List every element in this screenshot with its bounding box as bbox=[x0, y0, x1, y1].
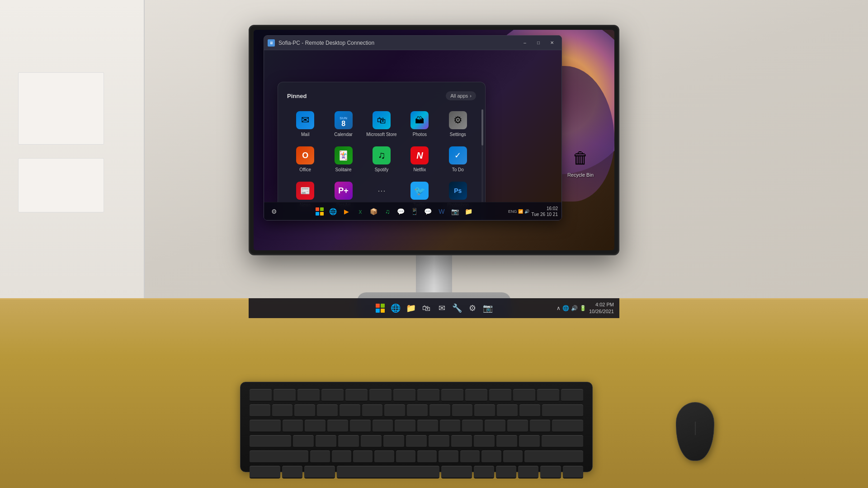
taskbar-spotify-tb-icon[interactable]: ♫ bbox=[381, 205, 394, 218]
app-photos[interactable]: 🏔 Photos bbox=[401, 108, 438, 141]
app-microsoft-store[interactable]: 🛍 Microsoft Store bbox=[363, 108, 400, 141]
taskbar-app3-icon[interactable]: 📷 bbox=[449, 205, 462, 218]
all-apps-button[interactable]: All apps › bbox=[446, 91, 476, 100]
close-button[interactable]: ✕ bbox=[546, 38, 558, 47]
host-file-explorer-icon[interactable]: 📁 bbox=[404, 301, 418, 315]
taskbar-messenger-icon[interactable]: 💬 bbox=[395, 205, 407, 218]
app-icon-photos: 🏔 bbox=[410, 111, 429, 129]
key-del bbox=[561, 389, 583, 402]
taskbar-app1-icon[interactable]: 📦 bbox=[368, 205, 380, 218]
taskbar-settings-icon[interactable]: ⚙ bbox=[268, 205, 280, 218]
key-q bbox=[283, 420, 303, 432]
key-f2 bbox=[297, 389, 320, 402]
key-n bbox=[417, 450, 437, 463]
app-label-todo: To Do bbox=[452, 167, 464, 173]
taskbar-word-icon[interactable]: W bbox=[435, 205, 448, 218]
app-todo[interactable]: ✓ To Do bbox=[440, 143, 476, 176]
maximize-button[interactable]: □ bbox=[533, 38, 544, 47]
app-icon-picsart: P+ bbox=[335, 182, 353, 200]
app-settings[interactable]: ⚙ Settings bbox=[440, 108, 476, 141]
host-network-icon: 🌐 bbox=[562, 305, 569, 311]
key-k bbox=[451, 435, 472, 448]
windows-desktop[interactable]: 🗑 Recycle Bin 🖥 Sofia-PC - Remote Deskto… bbox=[254, 30, 614, 250]
key-f4 bbox=[345, 389, 368, 402]
app-spotify[interactable]: ♫ Spotify bbox=[363, 143, 400, 176]
key-s bbox=[316, 435, 336, 448]
host-mail-icon[interactable]: ✉ bbox=[434, 301, 449, 315]
start-menu[interactable]: Pinned All apps › ✉ Mail bbox=[278, 82, 486, 220]
host-app-icon[interactable]: 🔧 bbox=[450, 301, 464, 315]
key-f12 bbox=[537, 389, 559, 402]
keyboard-rows bbox=[241, 382, 592, 485]
app-label-mail: Mail bbox=[301, 132, 309, 137]
key-row-6 bbox=[250, 466, 583, 479]
taskbar-edge-icon[interactable]: 🌐 bbox=[327, 205, 340, 218]
key-u bbox=[417, 420, 438, 432]
host-start-button[interactable] bbox=[373, 301, 387, 315]
key-y bbox=[395, 420, 415, 432]
recycle-bin-icon: 🗑 bbox=[569, 145, 592, 170]
app-label-spotify: Spotify bbox=[375, 167, 389, 173]
key-8 bbox=[429, 404, 450, 417]
recycle-bin[interactable]: 🗑 Recycle Bin bbox=[565, 143, 596, 180]
taskbar-right-area: ENG 📶 🔊 16:02 Tue 26 10 21 bbox=[508, 206, 558, 217]
key-f5 bbox=[369, 389, 392, 402]
key-x bbox=[332, 450, 351, 463]
app-label-office: Office bbox=[299, 167, 311, 173]
key-row-4 bbox=[250, 435, 583, 448]
taskbar-explorer-icon[interactable]: 📁 bbox=[462, 205, 475, 218]
taskbar-language-icon: ENG bbox=[508, 209, 517, 214]
key-a bbox=[293, 435, 314, 448]
key-7 bbox=[407, 404, 428, 417]
all-apps-chevron-icon: › bbox=[470, 93, 472, 99]
key-6 bbox=[384, 404, 405, 417]
host-taskbar-right: ∧ 🌐 🔊 🔋 4:02 PM 10/26/2021 bbox=[557, 301, 614, 315]
app-netflix[interactable]: N Netflix bbox=[401, 143, 438, 176]
taskbar-vlc-icon[interactable]: ▶ bbox=[340, 205, 353, 218]
taskbar-excel-icon[interactable]: x bbox=[354, 205, 367, 218]
rdp-window[interactable]: 🖥 Sofia-PC - Remote Desktop Connection –… bbox=[264, 35, 562, 221]
key-f3 bbox=[321, 389, 344, 402]
app-calendar[interactable]: SUN 8 Calendar bbox=[325, 108, 361, 141]
app-icon-settings: ⚙ bbox=[449, 111, 467, 129]
taskbar-app2-icon[interactable]: 📱 bbox=[408, 205, 421, 218]
key-p bbox=[485, 420, 505, 432]
key-e bbox=[327, 420, 348, 432]
app-icon-office: O bbox=[296, 146, 314, 164]
key-2 bbox=[294, 404, 315, 417]
app-solitaire[interactable]: 🃏 Solitaire bbox=[325, 143, 361, 176]
host-settings-icon[interactable]: ⚙ bbox=[465, 301, 480, 315]
monitor: 🗑 Recycle Bin 🖥 Sofia-PC - Remote Deskto… bbox=[249, 25, 619, 255]
app-office[interactable]: O Office bbox=[287, 143, 323, 176]
key-f1 bbox=[274, 389, 296, 402]
rdp-content: Pinned All apps › ✉ Mail bbox=[264, 50, 561, 220]
minimize-button[interactable]: – bbox=[519, 38, 531, 47]
host-app2-icon[interactable]: 📷 bbox=[481, 301, 495, 315]
host-speaker-icon: 🔊 bbox=[571, 305, 578, 311]
host-taskbar: 🌐 📁 🛍 ✉ 🔧 ⚙ 📷 ∧ 🌐 🔊 🔋 4:02 PM 10/26/2021 bbox=[249, 298, 619, 318]
taskbar-win-start[interactable] bbox=[313, 205, 326, 218]
key-0 bbox=[474, 404, 495, 417]
app-mail[interactable]: ✉ Mail bbox=[287, 108, 323, 141]
scrollbar-thumb bbox=[481, 109, 483, 145]
host-edge-icon[interactable]: 🌐 bbox=[388, 301, 403, 315]
rdp-window-controls: – □ ✕ bbox=[519, 38, 558, 47]
key-d bbox=[338, 435, 359, 448]
monitor-screen: 🗑 Recycle Bin 🖥 Sofia-PC - Remote Deskto… bbox=[254, 30, 614, 250]
key-m bbox=[439, 450, 458, 463]
key-v bbox=[374, 450, 394, 463]
host-store-icon[interactable]: 🛍 bbox=[419, 301, 434, 315]
rdp-title-text: Sofia-PC - Remote Desktop Connection bbox=[278, 40, 519, 46]
key-b bbox=[396, 450, 415, 463]
key-o bbox=[462, 420, 483, 432]
key-3 bbox=[317, 404, 338, 417]
host-time-value: 4:02 PM bbox=[589, 301, 614, 308]
host-chevron-icon[interactable]: ∧ bbox=[557, 305, 561, 311]
key-ralt bbox=[441, 466, 472, 479]
taskbar-whatsapp-icon[interactable]: 💬 bbox=[422, 205, 434, 218]
app-label-netflix: Netflix bbox=[413, 167, 426, 173]
taskbar-wifi-icon: 📶 bbox=[518, 209, 523, 214]
taskbar-system-tray: ENG 📶 🔊 bbox=[508, 209, 530, 214]
app-icon-netflix: N bbox=[410, 146, 429, 164]
app-icon-spotify: ♫ bbox=[373, 146, 391, 164]
